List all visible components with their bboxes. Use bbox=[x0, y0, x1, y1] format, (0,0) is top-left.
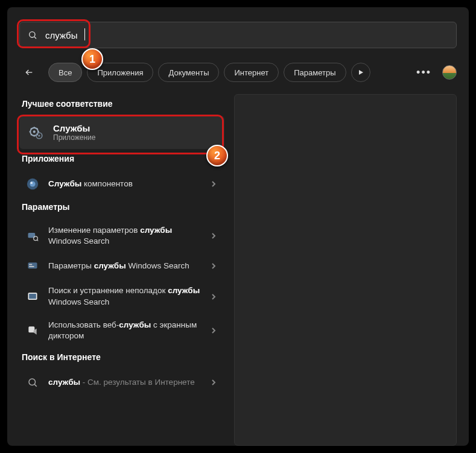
search-bar bbox=[19, 22, 457, 48]
more-button[interactable]: ••• bbox=[413, 64, 435, 81]
best-match-text: Службы Приложение bbox=[53, 123, 95, 142]
filter-chip-more-arrow[interactable] bbox=[351, 63, 370, 82]
svg-point-18 bbox=[30, 182, 33, 184]
chip-label: Все bbox=[59, 68, 72, 77]
section-settings: Параметры bbox=[22, 202, 224, 212]
preview-pane bbox=[234, 94, 457, 446]
chevron-right-icon bbox=[211, 262, 216, 270]
chip-label: Интернет bbox=[234, 68, 268, 77]
svg-point-28 bbox=[29, 379, 36, 385]
web-result-item[interactable]: службы - См. результаты в Интернете bbox=[19, 369, 224, 396]
svg-point-20 bbox=[34, 236, 38, 241]
back-button[interactable] bbox=[19, 63, 39, 82]
chip-label: Параметры bbox=[294, 68, 335, 77]
filter-chip-documents[interactable]: Документы bbox=[158, 63, 219, 82]
result-label: службы - См. результаты в Интернете bbox=[48, 377, 203, 388]
text-cursor bbox=[84, 28, 85, 40]
user-avatar[interactable] bbox=[442, 65, 457, 80]
svg-line-12 bbox=[31, 134, 32, 135]
svg-rect-24 bbox=[29, 266, 34, 267]
chevron-right-icon bbox=[211, 327, 216, 334]
chip-label: Документы bbox=[168, 68, 209, 77]
svg-point-15 bbox=[38, 135, 40, 136]
services-icon bbox=[28, 124, 45, 141]
result-label: Параметры службы Windows Search bbox=[48, 261, 203, 271]
svg-line-10 bbox=[31, 128, 32, 129]
svg-rect-23 bbox=[29, 264, 32, 265]
svg-point-5 bbox=[33, 130, 36, 133]
section-apps: Приложения bbox=[22, 154, 224, 163]
chevron-right-icon bbox=[211, 293, 216, 300]
svg-line-29 bbox=[34, 385, 36, 387]
result-label: Службы компонентов bbox=[48, 179, 203, 189]
play-icon bbox=[358, 69, 364, 75]
settings-result-item[interactable]: Параметры службы Windows Search bbox=[19, 253, 224, 279]
svg-line-21 bbox=[37, 240, 39, 241]
filter-chip-all[interactable]: Все bbox=[48, 63, 82, 82]
section-best-match: Лучшее соответствие bbox=[22, 99, 224, 109]
annotation-bubble-1: 1 bbox=[81, 48, 103, 70]
search-settings-icon bbox=[25, 229, 40, 243]
settings-result-item[interactable]: Использовать веб-службы с экранным дикто… bbox=[19, 314, 224, 347]
settings-result-item[interactable]: Изменение параметров службы Windows Sear… bbox=[19, 219, 224, 253]
best-match-item[interactable]: Службы Приложение bbox=[19, 116, 224, 149]
section-web: Поиск в Интернете bbox=[22, 352, 224, 362]
chevron-right-icon bbox=[211, 232, 216, 239]
filter-chip-settings[interactable]: Параметры bbox=[284, 63, 346, 82]
search-icon bbox=[25, 375, 40, 390]
settings-result-item[interactable]: Поиск и устранение неполадок службы Wind… bbox=[19, 279, 224, 313]
best-match-subtitle: Приложение bbox=[53, 133, 95, 142]
result-label: Поиск и устранение неполадок службы Wind… bbox=[48, 285, 203, 307]
troubleshoot-icon bbox=[25, 290, 40, 304]
svg-rect-22 bbox=[28, 263, 37, 269]
results-columns: Лучшее соответствие bbox=[19, 94, 457, 446]
windows-search-icon bbox=[25, 259, 40, 273]
annotation-bubble-2: 2 bbox=[206, 145, 228, 166]
app-result-item[interactable]: Службы компонентов bbox=[19, 171, 224, 197]
result-label: Использовать веб-службы с экранным дикто… bbox=[48, 320, 203, 341]
result-label: Изменение параметров службы Windows Sear… bbox=[48, 225, 203, 247]
chevron-right-icon bbox=[211, 180, 216, 188]
results-list: Лучшее соответствие bbox=[19, 94, 224, 446]
narrator-icon bbox=[25, 323, 40, 338]
svg-marker-3 bbox=[359, 70, 363, 75]
chip-label: Приложения bbox=[97, 68, 143, 77]
filter-chip-internet[interactable]: Интернет bbox=[224, 63, 279, 82]
chevron-right-icon bbox=[211, 379, 216, 386]
svg-point-17 bbox=[30, 181, 35, 186]
component-services-icon bbox=[25, 177, 40, 191]
best-match-title: Службы bbox=[53, 123, 95, 133]
svg-line-13 bbox=[37, 128, 38, 129]
svg-rect-26 bbox=[29, 294, 36, 299]
search-window: Все Приложения Документы Интернет Параме… bbox=[7, 7, 469, 446]
